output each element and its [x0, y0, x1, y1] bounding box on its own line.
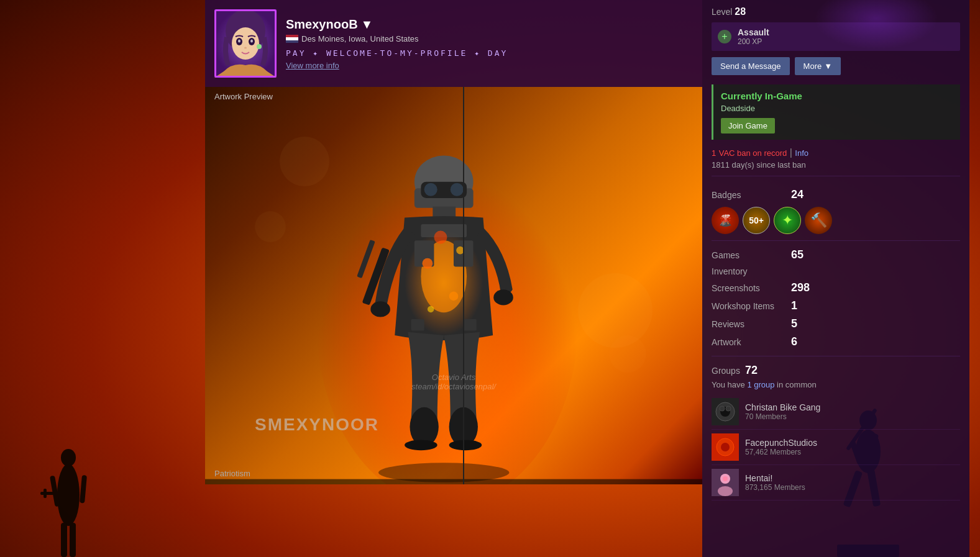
svg-point-30: [451, 183, 464, 196]
workshop-stat-row[interactable]: Workshop Items 1: [712, 297, 960, 315]
reviews-label: Reviews: [712, 319, 786, 329]
reviews-stat-row[interactable]: Reviews 5: [712, 315, 960, 333]
common-text: You have: [712, 380, 745, 389]
reviews-count: 5: [791, 317, 797, 330]
group-info-2: FacepunchStudios 57,462 Members: [745, 438, 817, 456]
badges-count: 24: [791, 188, 804, 201]
group-info-3: Hentai! 873,165 Members: [745, 473, 805, 492]
badge-icon-2[interactable]: 50+: [743, 207, 770, 234]
artwork-title-label: Patriotism: [214, 469, 250, 478]
svg-point-65: [718, 486, 733, 496]
artwork-bg: Octavio Arts steam/id/octaviosenpal/ SME…: [205, 87, 702, 484]
send-message-button[interactable]: Send a Message: [712, 57, 790, 75]
svg-rect-4: [61, 523, 67, 557]
badges-icons-row: 🌋 50+ ✦ 🔨: [712, 207, 960, 234]
svg-point-51: [428, 306, 434, 313]
level-label: Level: [712, 7, 732, 17]
xp-value: 200 XP: [738, 37, 769, 46]
svg-rect-5: [70, 523, 76, 557]
group-members-2: 57,462 Members: [745, 448, 817, 456]
in-game-name: Deadside: [721, 104, 953, 113]
common-groups-text: You have 1 group in common: [712, 380, 960, 389]
common-suffix: in common: [777, 380, 817, 389]
username-dropdown-icon: ▼: [361, 17, 373, 32]
groups-header: Groups 72: [712, 364, 960, 377]
badge-icon-4[interactable]: 🔨: [805, 207, 832, 234]
vac-info-link[interactable]: Info: [795, 148, 808, 158]
avatar-container: [214, 9, 277, 78]
group-name-3: Hentai!: [745, 473, 805, 483]
profile-info: SmexynooB ▼ Des Moines, Iowa, United Sta…: [286, 17, 693, 70]
svg-point-64: [723, 476, 728, 481]
artwork-watermark: Octavio Arts steam/id/octaviosenpal/: [411, 373, 496, 391]
svg-point-58: [726, 406, 731, 411]
xp-plus-button[interactable]: +: [718, 30, 731, 43]
badges-row-header[interactable]: Badges 24: [712, 186, 960, 204]
action-buttons: Send a Message More ▼: [712, 57, 960, 75]
badge-icon-1[interactable]: 🌋: [712, 207, 739, 234]
groups-section: Groups 72 You have 1 group in common Chr…: [712, 364, 960, 500]
more-button[interactable]: More ▼: [795, 57, 841, 75]
avatar-border: [214, 9, 277, 78]
svg-point-50: [449, 291, 459, 301]
location-text: Des Moines, Iowa, United States: [301, 34, 419, 43]
silhouette-left: [31, 383, 106, 557]
inventory-label: Inventory: [712, 266, 786, 276]
svg-point-61: [721, 443, 730, 451]
workshop-count: 1: [791, 299, 797, 312]
group-item-2[interactable]: FacepunchStudios 57,462 Members: [712, 430, 960, 465]
in-game-title: Currently In-Game: [721, 91, 953, 101]
svg-rect-53: [205, 479, 702, 484]
username: SmexynooB ▼: [286, 17, 693, 32]
watermark-line2: steam/id/octaviosenpal/: [411, 382, 496, 391]
svg-rect-7: [44, 489, 47, 498]
svg-point-37: [370, 301, 390, 317]
level-number: 28: [735, 6, 746, 17]
artwork-stat-row[interactable]: Artwork 6: [712, 333, 960, 351]
xp-bar-container: + Assault 200 XP: [712, 22, 960, 51]
view-more-link[interactable]: View more info: [286, 61, 693, 70]
xp-game-name: Assault: [738, 27, 769, 37]
profile-banner: PAY ✦ WELCOME-TO-MY-PROFILE ✦ DAY: [286, 48, 693, 58]
vac-ban-label: VAC ban on record: [719, 148, 787, 158]
art-divider-1: [463, 87, 464, 484]
screenshots-stat-row[interactable]: Screenshots 298: [712, 279, 960, 297]
group-info-1: Christan Bike Gang 70 Members: [745, 402, 820, 421]
right-panel: Level 28 + Assault 200 XP Send a Message…: [702, 0, 969, 557]
games-label: Games: [712, 250, 786, 260]
group-avatar-3: [712, 469, 739, 496]
xp-info: Assault 200 XP: [738, 27, 769, 46]
games-count: 65: [791, 248, 804, 261]
games-stat-row[interactable]: Games 65: [712, 246, 960, 264]
svg-point-57: [720, 406, 725, 411]
svg-point-38: [493, 289, 513, 305]
screenshots-label: Screenshots: [712, 283, 786, 293]
artwork-stat-count: 6: [791, 335, 797, 348]
svg-point-42: [449, 440, 482, 450]
svg-rect-45: [411, 319, 424, 331]
group-members-1: 70 Members: [745, 412, 820, 421]
more-label: More: [804, 61, 822, 71]
vac-ban-count: 1: [712, 148, 716, 158]
common-groups-link[interactable]: 1 group: [747, 380, 774, 389]
vac-ban-section: 1 VAC ban on record | Info 1811 day(s) s…: [712, 147, 960, 170]
profile-header: SmexynooB ▼ Des Moines, Iowa, United Sta…: [205, 0, 702, 87]
more-dropdown-icon: ▼: [824, 61, 832, 71]
group-name-1: Christan Bike Gang: [745, 402, 820, 412]
divider-3: [712, 356, 960, 356]
artwork-stat-label: Artwork: [712, 337, 786, 347]
group-item-3[interactable]: Hentai! 873,165 Members: [712, 465, 960, 500]
group-name-2: FacepunchStudios: [745, 438, 817, 448]
screenshots-count: 298: [791, 281, 810, 294]
group-item-1[interactable]: Christan Bike Gang 70 Members: [712, 394, 960, 430]
country-flag: [286, 35, 298, 43]
username-text: SmexynooB: [286, 17, 358, 32]
inventory-stat-row[interactable]: Inventory: [712, 264, 960, 279]
watermark-line1: Octavio Arts: [411, 373, 496, 382]
svg-point-49: [434, 231, 447, 244]
badge-icon-3[interactable]: ✦: [774, 207, 801, 234]
workshop-label: Workshop Items: [712, 301, 786, 311]
group-avatar-1: [712, 398, 739, 425]
artwork-label: Artwork Preview: [214, 92, 273, 101]
join-game-button[interactable]: Join Game: [721, 118, 775, 134]
